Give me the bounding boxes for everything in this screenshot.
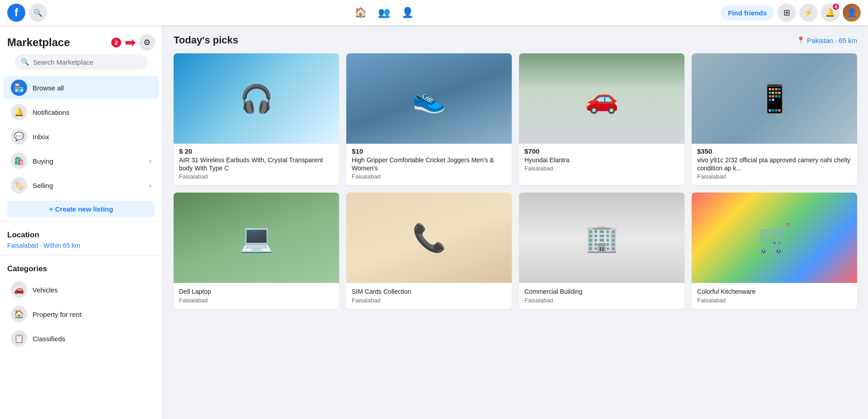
product-card-p2[interactable]: 👟 $10 High Gripper Comfortable Cricket J… [346,53,512,185]
sidebar-item-notifications[interactable]: 🔔 Notifications [4,100,159,124]
buying-arrow-icon: › [149,157,151,165]
product-title-p8: Colorful Kitchenware [697,287,852,296]
product-title-p3: Hyundai Elantra [524,156,679,164]
sidebar-item-browse-all[interactable]: 🏪 Browse all [4,76,159,99]
product-info-p6: SIM Cards Collection Faisalabad [346,283,512,309]
buying-label: Buying [33,157,144,165]
product-info-p8: Colorful Kitchenware Faisalabad [692,283,857,309]
apps-button[interactable]: ⊞ [778,4,796,22]
messenger-icon: ⚡ [803,8,813,18]
property-label: Property for rent [33,311,81,318]
sidebar-item-buying[interactable]: 🛍️ Buying › [4,149,159,173]
category-item-property-for-rent[interactable]: 🏠 Property for rent [4,302,159,326]
product-info-p5: Dell Laptop Faisalabad [174,283,339,309]
vehicles-label: Vehicles [33,286,58,294]
product-title-p6: SIM Cards Collection [352,287,506,296]
product-location-p5: Faisalabad [179,297,334,304]
product-location-p1: Faisalabad [179,173,334,180]
product-price-p1: $ 20 [179,147,334,155]
app-layout: Marketplace 2 ➡ ⚙ 🔍 Search Marketplace 🏪… [0,25,868,419]
location-link[interactable]: Faisalabad · Within 65 km [7,242,80,249]
main-header: Today's picks 📍 Pakistan · 65 km [174,34,857,46]
product-price-p3: $700 [524,147,679,155]
find-friends-button[interactable]: Find friends [721,5,774,20]
product-location-p7: Faisalabad [524,297,679,304]
sidebar-title-row: Marketplace 2 ➡ ⚙ [7,34,155,51]
product-info-p4: $350 vivo y91c 2/32 official pta approve… [692,144,857,185]
product-location-p2: Faisalabad [352,173,506,180]
search-bar-placeholder: Search Marketplace [33,58,93,66]
product-location-p8: Faisalabad [697,297,852,304]
notifications-button[interactable]: 🔔 4 [821,4,839,22]
gear-icon: ⚙ [143,38,151,47]
product-title-p7: Commercial Building [524,287,679,296]
apps-icon: ⊞ [783,8,790,18]
topnav-right: Find friends ⊞ ⚡ 🔔 4 👤 [721,4,861,22]
product-price-p4: $350 [697,147,852,155]
friends-icon: 👥 [378,7,390,19]
sidebar-item-inbox[interactable]: 💬 Inbox [4,125,159,148]
product-title-p1: AIR 31 Wireless Earbuds With, Crystal Tr… [179,156,334,172]
arrow-right-icon: ➡ [125,35,135,50]
buying-nav-icon: 🛍️ [11,153,27,169]
categories-section: Categories [0,259,162,277]
product-image-p3: 🚗 [519,53,684,144]
product-card-p4[interactable]: 📱 $350 vivo y91c 2/32 official pta appro… [692,53,857,185]
search-button[interactable]: 🔍 [29,4,47,22]
location-info[interactable]: 📍 Pakistan · 65 km [797,36,857,44]
browse-all-icon: 🏪 [11,80,27,96]
home-nav-button[interactable]: 🏠 [349,2,371,24]
product-card-p1[interactable]: 🎧 $ 20 AIR 31 Wireless Earbuds With, Cry… [174,53,339,185]
inbox-label: Inbox [33,133,151,141]
product-info-p1: $ 20 AIR 31 Wireless Earbuds With, Cryst… [174,144,339,185]
sidebar-header: Marketplace 2 ➡ ⚙ 🔍 Search Marketplace [0,31,162,75]
classifieds-label: Classifieds [33,335,66,343]
sidebar: Marketplace 2 ➡ ⚙ 🔍 Search Marketplace 🏪… [0,25,163,419]
location-pin-icon: 📍 [797,36,805,44]
location-text: Pakistan · 65 km [807,37,857,44]
notifications-label: Notifications [33,108,151,116]
product-location-p6: Faisalabad [352,297,506,304]
product-card-p3[interactable]: 🚗 $700 Hyundai Elantra Faisalabad [519,53,684,185]
marketplace-search-bar[interactable]: 🔍 Search Marketplace [14,54,148,70]
product-card-p5[interactable]: 💻 Dell Laptop Faisalabad [174,193,339,309]
topnav-left: f 🔍 [7,4,47,22]
friends-nav-button[interactable]: 👥 [373,2,395,24]
product-info-p3: $700 Hyundai Elantra Faisalabad [519,144,684,177]
avatar-image: 👤 [843,4,861,22]
product-image-p8: 🛒 [692,193,857,283]
location-section: Location Faisalabad · Within 65 km [0,225,162,251]
product-card-p8[interactable]: 🛒 Colorful Kitchenware Faisalabad [692,193,857,309]
profile-nav-button[interactable]: 👤 [396,2,418,24]
sidebar-notification-badge: 2 [111,38,121,47]
selling-label: Selling [33,182,144,189]
sidebar-item-selling[interactable]: 🏷️ Selling › [4,174,159,197]
main-content: Today's picks 📍 Pakistan · 65 km 🎧 $ 20 … [163,25,868,419]
notification-badge: 4 [832,3,840,11]
settings-button[interactable]: ⚙ [139,34,155,51]
divider-1 [0,221,162,221]
product-location-p4: Faisalabad [697,173,852,180]
product-card-p6[interactable]: 📞 SIM Cards Collection Faisalabad [346,193,512,309]
divider-2 [0,255,162,255]
messenger-button[interactable]: ⚡ [799,4,817,22]
facebook-logo[interactable]: f [7,4,25,22]
product-image-p5: 💻 [174,193,339,283]
property-icon: 🏠 [11,306,27,322]
product-image-p1: 🎧 [174,53,339,144]
browse-all-label: Browse all [33,84,151,92]
product-image-p2: 👟 [346,53,512,144]
classifieds-icon: 📋 [11,330,27,347]
notifications-nav-icon: 🔔 [11,104,27,120]
categories-title: Categories [7,264,155,273]
product-image-p4: 📱 [692,53,857,144]
product-info-p7: Commercial Building Faisalabad [519,283,684,309]
category-item-classifieds[interactable]: 📋 Classifieds [4,327,159,350]
category-item-vehicles[interactable]: 🚗 Vehicles [4,278,159,301]
product-card-p7[interactable]: 🏢 Commercial Building Faisalabad [519,193,684,309]
product-grid: 🎧 $ 20 AIR 31 Wireless Earbuds With, Cry… [174,53,857,309]
avatar[interactable]: 👤 [843,4,861,22]
product-title-p2: High Gripper Comfortable Cricket Joggers… [352,156,506,172]
selling-nav-icon: 🏷️ [11,177,27,193]
create-new-listing-button[interactable]: + Create new listing [7,201,155,217]
